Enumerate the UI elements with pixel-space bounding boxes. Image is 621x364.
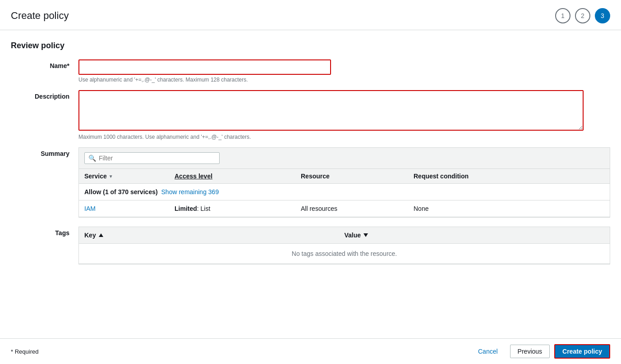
description-hint: Maximum 1000 characters. Use alphanumeri… [78,134,610,140]
access-level-cell: Limited: List [175,205,301,212]
name-label: Name* [11,59,78,69]
table-row: IAM Limited: List All resources None [79,200,610,217]
page-wrapper: Create policy 1 2 3 Review policy Name* … [0,0,621,364]
description-row: Description Maximum 1000 characters. Use… [11,90,610,140]
tags-section: Tags Key Value No tags associated with t… [11,227,610,264]
summary-section: Summary 🔍 Service ▼ Access leve [11,147,610,218]
section-title: Review policy [11,41,610,50]
content-area: Review policy Name* Use alphanumeric and… [0,30,621,338]
description-label: Description [11,90,78,100]
show-remaining-link[interactable]: Show remaining 369 [161,188,219,196]
service-header[interactable]: Service ▼ [84,173,175,180]
header: Create policy 1 2 3 [0,0,621,30]
value-sort-icon [363,233,368,237]
key-sort-icon [99,233,103,237]
step-2: 2 [575,8,590,23]
required-note: * Required [11,348,38,355]
table-header: Service ▼ Access level Resource Request … [79,169,610,184]
request-condition-cell: None [414,205,604,212]
name-field: Use alphanumeric and '+=,.@-_' character… [78,59,610,83]
description-textarea[interactable] [78,90,584,131]
footer: * Required Cancel Previous Create policy [0,338,621,364]
footer-actions: Cancel Previous Create policy [470,344,610,359]
allow-text: Allow (1 of 370 services) [84,188,158,196]
tags-table: Key Value No tags associated with the re… [78,227,610,264]
filter-input-wrapper: 🔍 [84,152,220,164]
step-indicators: 1 2 3 [555,8,610,23]
name-row: Name* Use alphanumeric and '+=,.@-_' cha… [11,59,610,83]
tags-header: Key Value [79,227,610,244]
resource-header: Resource [301,173,414,180]
value-header[interactable]: Value [345,232,605,239]
request-condition-header: Request condition [414,173,604,180]
filter-input[interactable] [99,155,216,162]
tags-empty-message: No tags associated with the resource. [79,244,610,264]
tags-label: Tags [11,227,78,237]
service-sort-icon: ▼ [109,174,113,179]
limited-label: Limited [175,205,197,212]
page-title: Create policy [11,10,69,22]
service-cell[interactable]: IAM [84,205,175,212]
access-type: List [201,205,211,212]
description-field: Maximum 1000 characters. Use alphanumeri… [78,90,610,140]
resource-cell: All resources [301,205,414,212]
previous-button[interactable]: Previous [510,345,550,358]
create-policy-button[interactable]: Create policy [554,344,610,359]
key-header[interactable]: Key [84,232,345,239]
allow-row: Allow (1 of 370 services) Show remaining… [79,184,610,200]
summary-label: Summary [11,147,78,157]
name-input[interactable] [78,59,331,75]
cancel-button[interactable]: Cancel [470,345,506,358]
summary-table: 🔍 Service ▼ Access level Resource [78,147,610,218]
search-icon: 🔍 [88,155,96,162]
access-level-header[interactable]: Access level [175,173,301,180]
filter-row: 🔍 [79,148,610,169]
step-1: 1 [555,8,570,23]
name-hint: Use alphanumeric and '+=,.@-_' character… [78,77,610,83]
step-3: 3 [595,8,610,23]
